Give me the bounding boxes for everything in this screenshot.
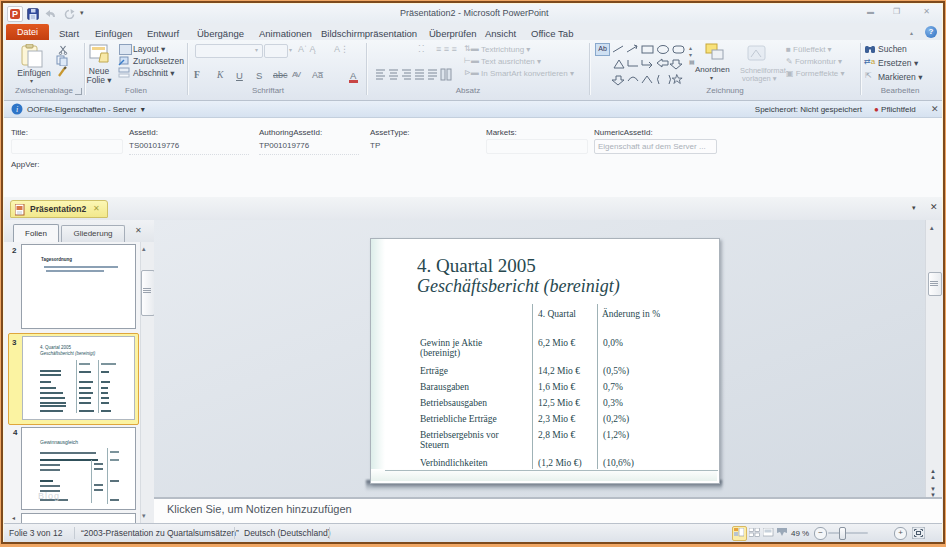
svg-text:P: P: [12, 9, 18, 19]
svg-text:i: i: [16, 105, 18, 114]
